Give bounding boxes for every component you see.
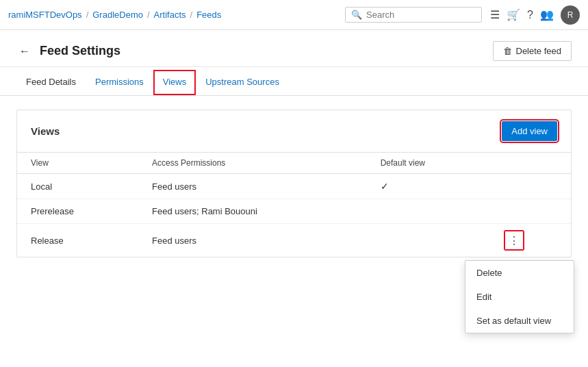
search-input[interactable] xyxy=(366,10,476,20)
page-content: ← Feed Settings Delete feed Feed Details… xyxy=(0,30,588,367)
tab-feed-details[interactable]: Feed Details xyxy=(16,70,86,95)
col-access: Access Permissions xyxy=(138,153,367,174)
breadcrumb-feeds[interactable]: Feeds xyxy=(196,10,221,20)
breadcrumb-sep-3: / xyxy=(190,10,193,20)
view-name-local: Local xyxy=(17,174,138,199)
context-menu-delete[interactable]: Delete xyxy=(465,261,574,285)
table-row: Release Feed users ⋮ xyxy=(17,224,571,257)
topbar-icons: ☰ 🛒 ? 👥 R xyxy=(490,5,580,25)
context-menu-set-default[interactable]: Set as default view xyxy=(465,309,574,333)
table-row: Local Feed users ✓ xyxy=(17,174,571,199)
context-menu: Delete Edit Set as default view xyxy=(465,260,574,333)
help-icon[interactable]: ? xyxy=(527,9,533,21)
tab-permissions[interactable]: Permissions xyxy=(86,70,153,95)
breadcrumb-gradledemo[interactable]: GradleDemo xyxy=(92,10,143,20)
default-check-prerelease xyxy=(367,199,491,224)
col-default: Default view xyxy=(367,153,491,174)
back-button[interactable]: ← xyxy=(16,42,33,60)
breadcrumb-artifacts[interactable]: Artifacts xyxy=(154,10,186,20)
default-check-release xyxy=(367,224,491,257)
tabs: Feed Details Permissions Views Upstream … xyxy=(0,70,588,96)
breadcrumb-sep-1: / xyxy=(86,10,89,20)
breadcrumb-sep-2: / xyxy=(147,10,150,20)
breadcrumb: ramiMSFTDevOps / GradleDemo / Artifacts … xyxy=(8,10,345,20)
tab-views[interactable]: Views xyxy=(153,70,196,95)
card-header: Views Add view xyxy=(17,110,571,153)
main-card: Views Add view View Access Permissions D… xyxy=(16,110,572,257)
page-header-left: ← Feed Settings xyxy=(16,42,120,60)
topbar: ramiMSFTDevOps / GradleDemo / Artifacts … xyxy=(0,0,588,30)
search-icon: 🔍 xyxy=(351,10,362,20)
add-view-button[interactable]: Add view xyxy=(502,121,557,141)
col-actions xyxy=(491,153,571,174)
context-menu-edit[interactable]: Edit xyxy=(465,285,574,309)
access-local: Feed users xyxy=(138,174,367,199)
view-name-release[interactable]: Release xyxy=(17,224,138,257)
breadcrumb-ramimsfdevops[interactable]: ramiMSFTDevOps xyxy=(8,10,82,20)
delete-feed-button[interactable]: Delete feed xyxy=(493,41,572,61)
view-name-prerelease[interactable]: Prerelease xyxy=(17,199,138,224)
page-title: Feed Settings xyxy=(40,44,120,58)
views-table: View Access Permissions Default view Loc… xyxy=(17,153,571,257)
default-check-local: ✓ xyxy=(367,174,491,199)
kebab-menu-button[interactable]: ⋮ xyxy=(504,231,524,250)
shopping-cart-icon[interactable]: 🛒 xyxy=(507,8,520,21)
delete-feed-label: Delete feed xyxy=(516,46,562,56)
search-box: 🔍 xyxy=(345,7,482,23)
table-header-row: View Access Permissions Default view xyxy=(17,153,571,174)
list-icon[interactable]: ☰ xyxy=(490,8,500,21)
card-title: Views xyxy=(31,125,60,137)
default-checkmark: ✓ xyxy=(381,181,389,192)
access-prerelease[interactable]: Feed users; Rami Bououni xyxy=(138,199,367,224)
person-settings-icon[interactable]: 👥 xyxy=(540,8,554,21)
trash-icon xyxy=(503,46,512,56)
table-row: Prerelease Feed users; Rami Bououni xyxy=(17,199,571,224)
col-view: View xyxy=(17,153,138,174)
page-header: ← Feed Settings Delete feed xyxy=(0,30,588,67)
row-actions-release: ⋮ xyxy=(491,224,571,257)
topbar-right: 🔍 ☰ 🛒 ? 👥 R xyxy=(345,5,580,25)
tab-upstream-sources[interactable]: Upstream Sources xyxy=(196,70,289,95)
access-release: Feed users xyxy=(138,224,367,257)
avatar[interactable]: R xyxy=(561,5,580,25)
actions-prerelease xyxy=(491,199,571,224)
actions-local xyxy=(491,174,571,199)
